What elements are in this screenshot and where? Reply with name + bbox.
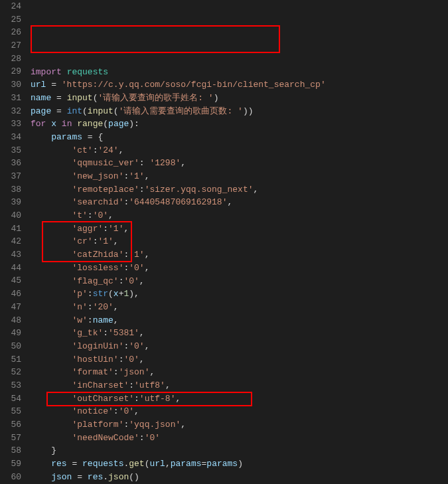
code-editor[interactable]: 2425262728293031323334353637383940414243…	[0, 0, 448, 484]
code-line[interactable]: 'new_json':'1',	[31, 170, 448, 183]
line-number: 29	[0, 65, 21, 78]
line-number: 33	[0, 118, 21, 131]
line-number: 31	[0, 92, 21, 105]
code-line[interactable]: 'needNewCode':'0'	[31, 432, 448, 445]
line-number: 59	[0, 457, 21, 471]
code-area[interactable]: import requestsurl = 'https://c.y.qq.com…	[31, 0, 448, 484]
line-number: 38	[0, 183, 21, 197]
code-line[interactable]: 'p':str(x+1),	[31, 287, 448, 301]
code-line[interactable]: params = {	[31, 131, 448, 144]
code-line[interactable]: 'qqmusic_ver': '1298',	[31, 157, 448, 170]
line-number: 36	[0, 157, 21, 170]
line-number: 32	[0, 105, 21, 118]
line-number: 25	[0, 13, 21, 27]
line-number: 40	[0, 209, 21, 222]
line-number: 60	[0, 471, 21, 484]
line-number: 34	[0, 131, 21, 144]
line-number: 27	[0, 39, 21, 52]
line-number-gutter: 2425262728293031323334353637383940414243…	[0, 0, 31, 484]
line-number: 30	[0, 78, 21, 92]
line-number: 41	[0, 222, 21, 236]
code-line[interactable]: 'inCharset':'utf8',	[31, 379, 448, 392]
line-number: 58	[0, 444, 21, 457]
code-line[interactable]: 'cr':'1',	[31, 235, 448, 248]
line-number: 39	[0, 196, 21, 209]
code-line[interactable]: }	[31, 444, 448, 457]
code-line[interactable]: 'aggr':'1',	[31, 222, 448, 236]
code-line[interactable]: 'n':'20',	[31, 301, 448, 314]
line-number: 35	[0, 144, 21, 157]
code-line[interactable]: 'catZhida':'1',	[31, 248, 448, 262]
line-number: 37	[0, 170, 21, 183]
code-line[interactable]: 'g_tk':'5381',	[31, 327, 448, 340]
highlight-box-input	[31, 25, 280, 53]
code-line[interactable]: name = input('请输入要查询的歌手姓名: ')	[31, 92, 448, 105]
code-line[interactable]: json = res.json()	[31, 471, 448, 484]
code-line[interactable]: 'remoteplace':'sizer.yqq.song_next',	[31, 183, 448, 197]
line-number: 53	[0, 379, 21, 392]
code-line[interactable]: 'platform':'yqq.json',	[31, 418, 448, 432]
line-number: 49	[0, 327, 21, 340]
line-number: 51	[0, 353, 21, 366]
line-number: 42	[0, 235, 21, 248]
line-number: 43	[0, 248, 21, 262]
line-number: 46	[0, 287, 21, 301]
code-line[interactable]: 'hostUin':'0',	[31, 353, 448, 366]
line-number: 57	[0, 432, 21, 445]
code-line[interactable]: 'searchid':'64405487069162918',	[31, 196, 448, 209]
code-line[interactable]: 'w':name,	[31, 314, 448, 327]
code-line[interactable]: 'ct':'24',	[31, 144, 448, 157]
line-number: 24	[0, 0, 21, 13]
line-number: 47	[0, 301, 21, 314]
line-number: 54	[0, 392, 21, 406]
code-line[interactable]: res = requests.get(url,params=params)	[31, 457, 448, 471]
code-line[interactable]: 'notice':'0',	[31, 405, 448, 418]
line-number: 56	[0, 418, 21, 432]
code-line[interactable]: url = 'https://c.y.qq.com/soso/fcgi-bin/…	[31, 78, 448, 92]
line-number: 28	[0, 52, 21, 66]
code-line[interactable]: page = int(input('请输入需要查询的歌曲页数: '))	[31, 105, 448, 118]
code-line[interactable]: 'format':'json',	[31, 366, 448, 379]
code-line[interactable]: import requests	[31, 66, 448, 79]
line-number: 44	[0, 262, 21, 275]
code-line[interactable]: 't':'0',	[31, 209, 448, 222]
code-line[interactable]: 'lossless':'0',	[31, 262, 448, 275]
code-line[interactable]: 'loginUin':'0',	[31, 340, 448, 353]
code-line[interactable]: 'outCharset':'utf-8',	[31, 392, 448, 406]
line-number: 26	[0, 26, 21, 39]
code-line[interactable]: for x in range(page):	[31, 118, 448, 131]
line-number: 45	[0, 274, 21, 287]
line-number: 52	[0, 366, 21, 379]
line-number: 48	[0, 314, 21, 327]
line-number: 50	[0, 340, 21, 353]
code-line[interactable]: 'flag_qc':'0',	[31, 275, 448, 288]
line-number: 55	[0, 405, 21, 418]
